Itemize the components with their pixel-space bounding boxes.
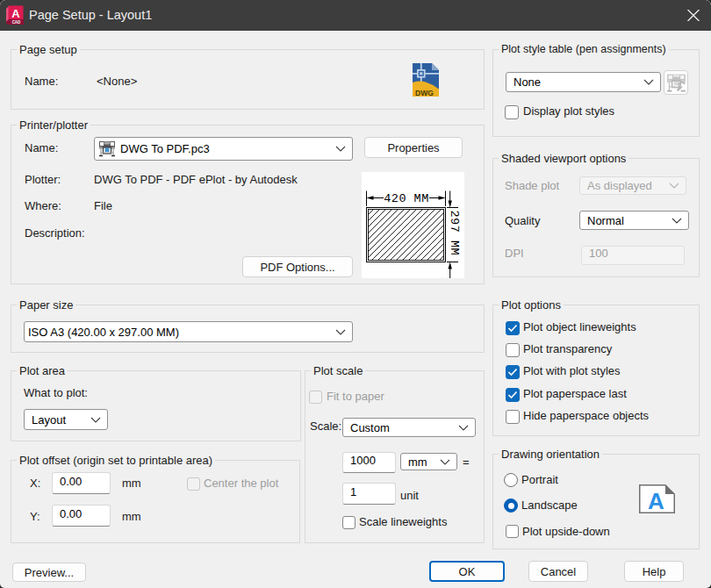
svg-text:297 MM: 297 MM	[448, 211, 461, 256]
svg-text:A: A	[11, 7, 20, 20]
svg-text:DWG: DWG	[415, 89, 434, 97]
svg-text:CAD: CAD	[12, 20, 21, 25]
svg-text:420 MM: 420 MM	[384, 192, 429, 205]
svg-text:A: A	[648, 488, 664, 513]
